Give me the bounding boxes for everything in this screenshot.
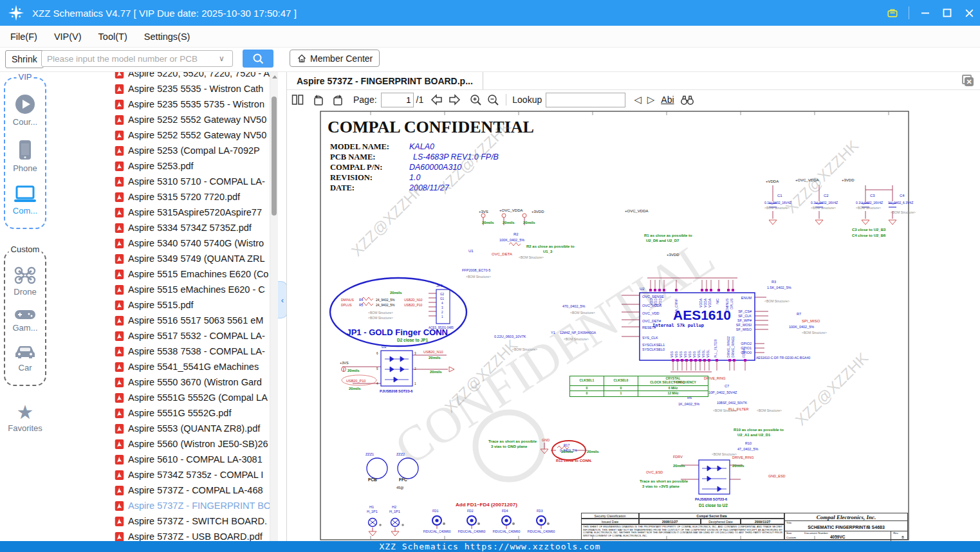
list-item[interactable]: Aspire 5737Z - SWITCH BOARD. xyxy=(109,513,270,529)
schematic-label: H2 xyxy=(392,505,396,509)
next-page-button[interactable] xyxy=(448,94,461,106)
sidebar-item-phone[interactable]: Phone xyxy=(13,138,37,173)
member-center-button[interactable]: Member Center xyxy=(290,50,380,67)
shrink-button[interactable]: Shrink xyxy=(5,50,44,68)
list-item[interactable]: Aspire 5253 (Compal LA-7092P xyxy=(109,143,270,158)
list-item[interactable]: Aspire 5541_5541G eMachines xyxy=(109,359,270,374)
list-item[interactable]: Aspire 5252 5552 Gateway NV50 xyxy=(109,112,270,127)
chevron-down-icon[interactable]: ∨ xyxy=(219,54,225,63)
close-tab-button[interactable]: ✕ xyxy=(962,75,974,86)
schematic-label: H1 xyxy=(369,505,374,509)
schematic-label: <BOM Structure> xyxy=(512,347,537,351)
sidebar-item-label: Drone xyxy=(14,287,36,297)
sidebar-item-car[interactable]: Car xyxy=(14,344,37,373)
list-item[interactable]: Aspire 5235 5535 - Wistron Cath xyxy=(109,81,270,97)
minimize-button[interactable] xyxy=(920,7,931,19)
search-input[interactable] xyxy=(41,50,233,67)
binoculars-icon[interactable] xyxy=(680,95,694,106)
scroll-up-arrow[interactable] xyxy=(272,75,277,78)
two-page-view-button[interactable] xyxy=(291,94,304,106)
schematic-label: +VDDA xyxy=(766,179,779,183)
file-name: Aspire 5235 5535 - Wistron Cath xyxy=(128,84,263,94)
file-list: Aspire 5220, 5520, 7220, 7520 - AAspire … xyxy=(109,72,270,541)
schematic-label: COMPAL P/N: xyxy=(330,163,382,172)
sidebar-item-favorites[interactable]: ★ Favorites xyxy=(0,403,50,433)
schematic-label: VDD xyxy=(649,299,653,306)
list-item[interactable]: Aspire 5235 5535 5735 - Wistron xyxy=(109,97,270,112)
app-window: XZZ Schematics V4.77 [ VIP Due date: 202… xyxy=(0,0,980,552)
sidebar-item-courses[interactable]: Cour... xyxy=(13,93,37,127)
schematic-label: <BOM Structure> xyxy=(368,316,393,320)
list-item[interactable]: Aspire 5315 5720 7720.pdf xyxy=(109,189,270,205)
schematic-label: 20mils xyxy=(523,221,535,225)
list-item[interactable]: Aspire 5551G 5552G.pdf xyxy=(109,405,270,421)
document-viewer[interactable]: COMPAL CONFIDENTIALMODEL NAME:KALA0PCB N… xyxy=(287,109,980,541)
toolbar-separator xyxy=(506,94,506,106)
schematic-label: FD4 xyxy=(502,509,508,513)
zoom-out-button[interactable] xyxy=(487,94,499,106)
sidebar-icon-rail: VIP Cour... Phone Com... Custom Drone xyxy=(0,72,50,541)
list-item[interactable]: Aspire 5252 5552 Gateway NV50 xyxy=(109,127,270,143)
document-tab[interactable]: Aspire 5737Z - FINGERPRINT BOARD.p... xyxy=(287,72,483,89)
list-item[interactable]: Aspire 5310 5710 - COMPAL LA- xyxy=(109,174,270,189)
list-item[interactable]: Aspire 5734Z 5735z - COMPAL I xyxy=(109,467,270,483)
list-item[interactable]: Aspire 5737Z - COMPAL LA-468 xyxy=(109,483,270,498)
list-item[interactable]: Aspire 5610 - COMPAL LA-3081 xyxy=(109,452,270,467)
list-item[interactable]: Aspire 5516 5517 5063 5561 eM xyxy=(109,313,270,328)
schematic-label: 470_0402_5% xyxy=(562,304,586,308)
menu-tool[interactable]: Tool(T) xyxy=(98,32,127,42)
maximize-button[interactable] xyxy=(941,7,953,19)
list-item[interactable]: Aspire 5560 (Wistron JE50-SB)26 xyxy=(109,436,270,452)
list-item[interactable]: Aspire 5553 (QUANTA ZR8).pdf xyxy=(109,421,270,436)
list-item[interactable]: Aspire 5340 5740 5740G (Wistro xyxy=(109,235,270,251)
find-previous-button[interactable]: ◁ xyxy=(634,94,642,106)
list-item[interactable]: Aspire 5737Z - USB BOARD.pdf xyxy=(109,529,270,541)
previous-page-button[interactable] xyxy=(430,94,443,106)
schematic-label: FD3 xyxy=(537,509,543,513)
lookup-input[interactable] xyxy=(546,93,625,107)
menu-file[interactable]: File(F) xyxy=(10,32,37,42)
pdf-icon xyxy=(115,284,124,295)
list-item[interactable]: Aspire 5551G 5552G (Compal LA xyxy=(109,390,270,405)
schematic-label: Y1 xyxy=(551,331,555,335)
rotate-left-button[interactable] xyxy=(312,94,325,106)
list-item[interactable]: Aspire 5550 3670 (Wistron Gard xyxy=(109,374,270,390)
menu-settings[interactable]: Settings(S) xyxy=(144,32,190,42)
pdf-icon xyxy=(115,99,124,110)
schematic-label: VDDA xyxy=(703,298,707,308)
list-item[interactable]: Aspire 5334 5734Z 5735Z.pdf xyxy=(109,220,270,235)
sidebar-item-game[interactable]: Gam... xyxy=(12,308,37,333)
close-button[interactable] xyxy=(963,7,975,19)
list-item[interactable]: Aspire 5515 Emachines E620 (Co xyxy=(109,266,270,282)
find-next-button[interactable]: ▷ xyxy=(647,94,655,106)
list-item[interactable]: Aspire 5538 7538 - COMPAL LA- xyxy=(109,344,270,359)
list-item[interactable]: Aspire 5315Aspire5720Aspire77 xyxy=(109,205,270,220)
schematic-label: KALA0 xyxy=(409,142,434,151)
crystal-table-cell: 0 xyxy=(570,385,604,391)
tab-bar: Aspire 5737Z - FINGERPRINT BOARD.p... ✕ xyxy=(287,72,980,90)
sidebar-item-drone[interactable]: Drone xyxy=(14,266,37,297)
list-item[interactable]: Aspire 5349 5749 (QUANTA ZRL xyxy=(109,251,270,266)
file-list-scrollbar[interactable] xyxy=(270,72,278,541)
schematic-label: DPLUS xyxy=(730,298,734,309)
scrollbar-thumb[interactable] xyxy=(272,97,277,216)
list-item[interactable]: Aspire 5515.pdf xyxy=(109,297,270,313)
match-case-button[interactable]: Abi xyxy=(661,95,674,105)
briefcase-icon[interactable] xyxy=(887,7,898,19)
list-item[interactable]: Aspire 5517 5532 - COMPAL LA- xyxy=(109,328,270,344)
pdf-icon xyxy=(115,362,124,373)
schematic-label: 0.1U_0402_16V4Z xyxy=(811,201,838,205)
list-item[interactable]: Aspire 5515 eMachines E620 - C xyxy=(109,282,270,297)
list-item[interactable]: Aspire 5253.pdf xyxy=(109,158,270,174)
list-item[interactable]: Aspire 5737Z - FINGERPRINT BO xyxy=(109,498,270,513)
rotate-right-button[interactable] xyxy=(331,94,344,106)
search-button[interactable] xyxy=(243,50,273,68)
sidebar-item-computer[interactable]: Com... xyxy=(13,185,37,216)
page-number-input[interactable] xyxy=(381,93,414,107)
crystal-table-cell: 0 xyxy=(604,385,638,391)
zoom-in-button[interactable] xyxy=(470,94,482,106)
list-item[interactable]: Aspire 5220, 5520, 7220, 7520 - A xyxy=(109,72,270,81)
vip-group-label: VIP xyxy=(17,72,34,82)
schematic-label: PCB NAME: xyxy=(330,152,375,161)
menu-vip[interactable]: VIP(V) xyxy=(54,32,82,42)
